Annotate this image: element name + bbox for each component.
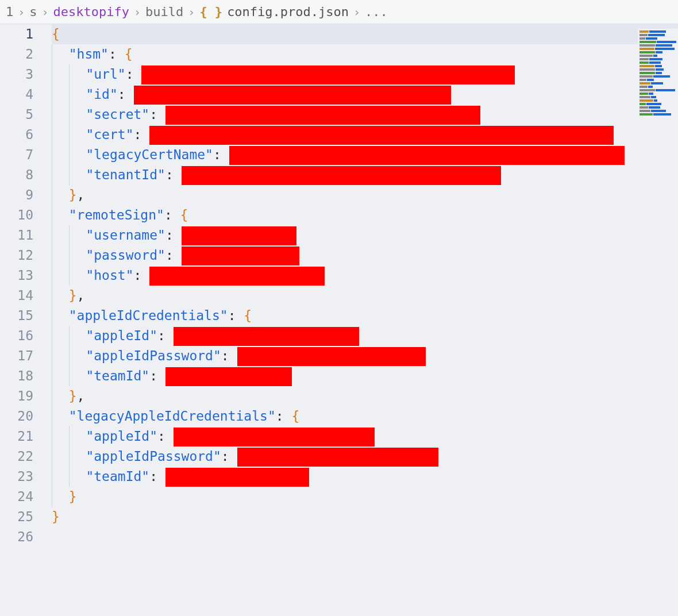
- code-line[interactable]: "password":: [52, 245, 678, 265]
- token-punc: :: [164, 205, 180, 225]
- token-key: "hsm": [69, 44, 109, 64]
- code-line[interactable]: "appleIdPassword":: [52, 446, 678, 467]
- token-key: "teamId": [86, 467, 149, 487]
- json-file-icon: { }: [199, 5, 222, 19]
- code-line[interactable]: },: [52, 386, 678, 406]
- indent-guide: [69, 265, 86, 286]
- line-number: 13: [0, 265, 33, 286]
- indent-guide: [52, 125, 69, 145]
- line-number: 14: [0, 286, 33, 306]
- breadcrumb[interactable]: 1 › s › desktopify › build › { } config.…: [0, 0, 678, 24]
- indent-guide: [69, 105, 86, 125]
- redacted-value: [165, 106, 480, 125]
- code-line[interactable]: "remoteSign": {: [52, 205, 678, 225]
- token-punc: :: [165, 225, 182, 245]
- code-line[interactable]: "appleId":: [52, 326, 678, 346]
- redacted-value: [237, 347, 426, 366]
- indent-guide: [52, 105, 69, 125]
- indent-guide: [52, 326, 69, 346]
- indent-guide: [69, 145, 86, 165]
- token-brace: }: [69, 286, 77, 306]
- indent-guide: [52, 467, 69, 487]
- indent-guide: [52, 286, 69, 306]
- breadcrumb-seg-s[interactable]: s: [29, 5, 37, 19]
- code-line[interactable]: "legacyAppleIdCredentials": {: [52, 406, 678, 426]
- code-line[interactable]: }: [52, 507, 678, 527]
- indent-guide: [69, 125, 86, 145]
- indent-guide: [69, 64, 86, 84]
- breadcrumb-seg-build[interactable]: build: [145, 5, 183, 19]
- token-punc: :: [221, 446, 237, 467]
- token-punc: :: [165, 245, 182, 265]
- token-punc: ,: [77, 286, 85, 306]
- indent-guide: [52, 446, 69, 467]
- redacted-value: [182, 247, 299, 265]
- token-brace: {: [291, 406, 299, 426]
- code-line[interactable]: "cert":: [52, 125, 678, 145]
- code-line[interactable]: "username":: [52, 225, 678, 245]
- line-number: 3: [0, 64, 33, 84]
- line-number: 25: [0, 507, 33, 527]
- indent-guide: [52, 366, 69, 386]
- indent-guide: [69, 225, 86, 245]
- token-key: "url": [86, 64, 125, 84]
- line-number: 6: [0, 125, 33, 145]
- indent-guide: [52, 245, 69, 265]
- token-key: "remoteSign": [69, 205, 164, 225]
- indent-guide: [69, 467, 86, 487]
- indent-guide: [69, 446, 86, 467]
- code-editor[interactable]: 1234567891011121314151617181920212223242…: [0, 24, 678, 611]
- code-line[interactable]: },: [52, 185, 678, 205]
- code-line[interactable]: [52, 527, 678, 547]
- code-line[interactable]: "legacyCertName":: [52, 145, 678, 165]
- line-number: 19: [0, 386, 33, 406]
- code-line[interactable]: "url":: [52, 64, 678, 84]
- chevron-right-icon: ›: [353, 5, 360, 19]
- token-key: "appleId": [86, 426, 157, 446]
- indent-guide: [52, 84, 69, 105]
- breadcrumb-seg-desktopify[interactable]: desktopify: [53, 5, 129, 19]
- redacted-value: [165, 367, 292, 386]
- code-line[interactable]: }: [52, 487, 678, 507]
- code-line[interactable]: "secret":: [52, 105, 678, 125]
- breadcrumb-root[interactable]: 1: [6, 5, 13, 19]
- code-line[interactable]: "host":: [52, 265, 678, 286]
- redacted-value: [174, 327, 359, 346]
- token-key: "tenantId": [86, 165, 165, 185]
- token-key: "cert": [86, 125, 133, 145]
- code-line[interactable]: "appleId":: [52, 426, 678, 446]
- code-line[interactable]: "appleIdPassword":: [52, 346, 678, 366]
- code-line[interactable]: "hsm": {: [52, 44, 678, 64]
- indent-guide: [52, 165, 69, 185]
- indent-guide: [52, 205, 69, 225]
- indent-guide: [52, 406, 69, 426]
- code-line[interactable]: {: [52, 24, 678, 44]
- line-gutter: 1234567891011121314151617181920212223242…: [0, 24, 46, 611]
- code-content[interactable]: { "hsm": { "url": "id": "secret": "cert"…: [46, 24, 678, 611]
- code-line[interactable]: "teamId":: [52, 467, 678, 487]
- token-brace: }: [69, 487, 77, 507]
- chevron-right-icon: ›: [134, 5, 141, 19]
- indent-guide: [52, 346, 69, 366]
- indent-guide: [52, 44, 69, 64]
- code-line[interactable]: "tenantId":: [52, 165, 678, 185]
- chevron-right-icon: ›: [42, 5, 49, 19]
- line-number: 8: [0, 165, 33, 185]
- breadcrumb-ellipsis[interactable]: ...: [365, 5, 388, 19]
- code-line[interactable]: "id":: [52, 84, 678, 105]
- line-number: 21: [0, 426, 33, 446]
- line-number: 11: [0, 225, 33, 245]
- code-line[interactable]: "appleIdCredentials": {: [52, 306, 678, 326]
- token-key: "appleIdPassword": [86, 446, 221, 467]
- breadcrumb-filename[interactable]: config.prod.json: [227, 5, 349, 19]
- code-line[interactable]: },: [52, 286, 678, 306]
- line-number: 23: [0, 467, 33, 487]
- indent-guide: [69, 346, 86, 366]
- line-number: 9: [0, 185, 33, 205]
- minimap[interactable]: [638, 29, 678, 121]
- token-brace: {: [180, 205, 188, 225]
- line-number: 7: [0, 145, 33, 165]
- code-line[interactable]: "teamId":: [52, 366, 678, 386]
- token-brace: {: [52, 24, 60, 44]
- indent-guide: [52, 426, 69, 446]
